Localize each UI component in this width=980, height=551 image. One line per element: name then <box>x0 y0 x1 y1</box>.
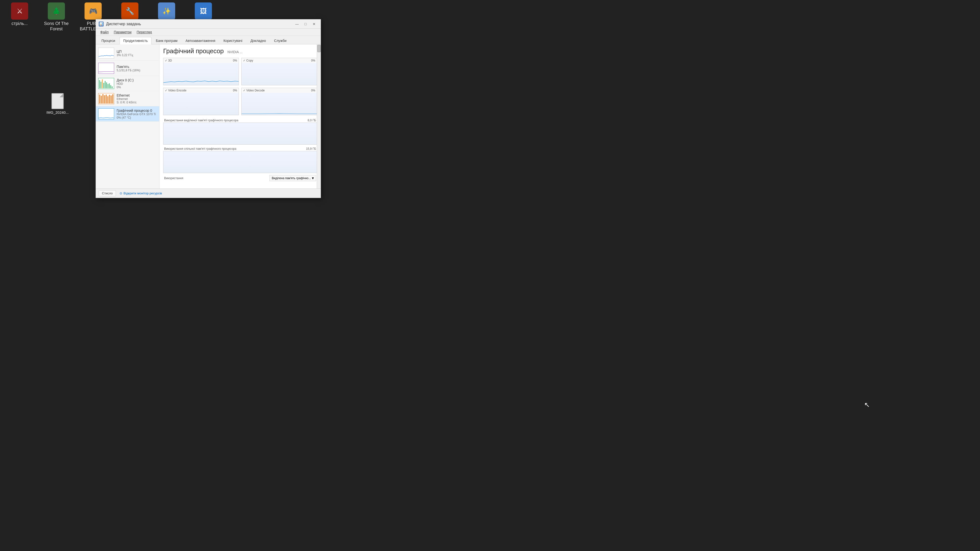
scrollbar[interactable] <box>317 45 321 188</box>
chart-copy-label: ✓ Copy 0% <box>242 58 317 63</box>
disk-percent: 0% <box>117 86 134 89</box>
monitor-link-text: Відкрити монітор ресурсів <box>124 191 162 195</box>
ethernet-mini-chart <box>98 93 114 104</box>
gpu-mini-chart <box>98 108 114 119</box>
memory-mini-chart <box>98 63 114 74</box>
disk-name: Диск 0 (C:) <box>117 78 134 82</box>
svg-rect-13 <box>104 96 105 104</box>
tab-users[interactable]: Користувачі <box>220 37 246 44</box>
sidebar-gpu[interactable]: Графічний процесор 0 NVIDIA GeForce GTX … <box>96 107 159 121</box>
main-panel: Графічний процесор NVIDIA ... ✓ 3D 0% <box>159 45 321 188</box>
chart-3d-label: ✓ 3D 0% <box>164 58 239 63</box>
chart-video-decode: ✓ Video Decode 0% <box>241 88 317 115</box>
tab-details[interactable]: Докладно <box>247 37 269 44</box>
desktop-icon-strelitze-label: стріль... <box>11 21 28 27</box>
sidebar-disk[interactable]: Диск 0 (C:) HDD 0% <box>96 76 159 91</box>
gpu-model: NVIDIA GeForce GTX 1070 Ti <box>117 113 156 116</box>
menu-bar: Файл Параметри Перегляд <box>96 29 321 36</box>
titlebar-left: 📊 Диспетчер завдань <box>99 22 141 27</box>
chart-copy: ✓ Copy 0% <box>241 58 317 85</box>
content-area: ЦП 3% 3,22 ГГц Пам'ять 5,1/31,8 ГБ (16%) <box>96 45 321 188</box>
sidebar-cpu[interactable]: ЦП 3% 3,22 ГГц <box>96 46 159 61</box>
menu-file[interactable]: Файл <box>98 29 110 35</box>
cpu-info: ЦП 3% 3,22 ГГц <box>117 49 133 57</box>
chart-decode-value: 0% <box>311 89 315 92</box>
memory-info: Пам'ять 5,1/31,8 ГБ (16%) <box>117 65 140 72</box>
cpu-mini-chart <box>98 48 114 59</box>
desktop-icon-sons[interactable]: 🌲 Sons Of TheForest <box>41 2 71 32</box>
svg-rect-3 <box>103 83 104 88</box>
panel-header: Графічний процесор NVIDIA ... <box>163 47 317 55</box>
shared-memory-section: Використання спільної пам'яті графічного… <box>163 147 317 173</box>
menu-options[interactable]: Параметри <box>112 29 133 35</box>
svg-rect-4 <box>105 81 106 88</box>
svg-rect-0 <box>99 80 100 88</box>
tab-performance[interactable]: Продуктивність <box>119 37 151 45</box>
window-controls: — □ ✕ <box>293 21 318 27</box>
chart-decode-canvas <box>242 93 317 115</box>
tab-autostart[interactable]: Автозавантаження <box>182 37 219 44</box>
file-icon-image <box>51 93 64 109</box>
menu-view[interactable]: Перегляд <box>135 29 154 35</box>
maximize-button[interactable]: □ <box>302 21 309 27</box>
shared-memory-value: 15,9 ГБ <box>306 147 316 150</box>
tab-processes[interactable]: Процеси <box>98 37 119 44</box>
dedicated-memory-value: 8,0 ГБ <box>308 119 316 122</box>
chart-encode-canvas <box>164 93 239 115</box>
dedicated-memory-section: Використання виділеної пам'яті графічног… <box>163 118 317 145</box>
close-button[interactable]: ✕ <box>310 21 318 27</box>
scrollbar-thumb[interactable] <box>317 45 321 52</box>
sidebar: ЦП 3% 3,22 ГГц Пам'ять 5,1/31,8 ГБ (16%) <box>96 45 159 188</box>
sidebar-ethernet[interactable]: Ethernet Ethernet S: 0 R: 0 Кбіт/с <box>96 91 159 107</box>
file-icon-label: IMG_20240... <box>46 110 69 115</box>
chart-copy-name: ✓ Copy <box>243 59 253 62</box>
monitor-link[interactable]: ⊙ Відкрити монітор ресурсів <box>119 191 162 195</box>
gpu-charts-grid: ✓ 3D 0% ✓ Copy 0% <box>163 58 317 115</box>
gpu-name: Графічний процесор 0 <box>117 108 156 113</box>
svg-rect-1 <box>100 81 102 88</box>
shared-memory-text: Використання спільної пам'яті графічного… <box>164 147 236 150</box>
svg-rect-11 <box>101 96 102 104</box>
chart-3d-name: ✓ 3D <box>165 59 172 62</box>
sidebar-memory[interactable]: Пам'ять 5,1/31,8 ГБ (16%) <box>96 61 159 76</box>
minimize-button[interactable]: — <box>293 21 301 27</box>
svg-rect-14 <box>106 95 107 104</box>
dedicated-memory-chart <box>163 123 317 145</box>
bottom-bar: Стисло ⊙ Відкрити монітор ресурсів <box>96 188 321 198</box>
chart-encode-name: ✓ Video Encode <box>165 89 186 92</box>
bottom-dropdown-text: Виділена пам'ять графічно... <box>272 177 311 180</box>
bottom-selectors: Використання Виділена пам'ять графічно..… <box>163 175 317 181</box>
desktop-icon-strelitze[interactable]: ⚔ стріль... <box>5 2 34 27</box>
cpu-detail: 3% 3,22 ГГц <box>117 53 133 57</box>
disk-mini-chart <box>98 78 114 89</box>
desktop-icon-sons-label: Sons Of TheForest <box>44 21 69 32</box>
svg-rect-6 <box>108 84 108 88</box>
desktop-file-icon[interactable]: IMG_20240... <box>45 93 70 115</box>
dedicated-memory-label: Використання виділеної пам'яті графічног… <box>163 118 317 123</box>
chart-decode-name: ✓ Video Decode <box>243 89 265 92</box>
chevron-down-icon: ▾ <box>312 176 314 180</box>
svg-rect-16 <box>109 95 110 104</box>
svg-rect-5 <box>106 82 107 88</box>
monitor-icon: ⊙ <box>119 191 122 195</box>
svg-rect-12 <box>102 94 103 104</box>
panel-title: Графічний процесор <box>163 47 224 55</box>
tab-startup-apps[interactable]: Банк програм <box>152 37 181 44</box>
chart-3d: ✓ 3D 0% <box>163 58 239 85</box>
svg-rect-18 <box>112 94 113 104</box>
chart-encode-value: 0% <box>233 89 237 92</box>
svg-rect-8 <box>110 85 111 88</box>
bottom-dropdown[interactable]: Виділена пам'ять графічно... ▾ <box>269 175 316 181</box>
ethernet-speed: S: 0 R: 0 Кбіт/с <box>117 101 137 104</box>
tab-services[interactable]: Служби <box>270 37 290 44</box>
gpu-usage: 0% (47 °C) <box>117 116 156 119</box>
svg-rect-2 <box>102 80 103 88</box>
collapse-button[interactable]: Стисло <box>99 190 116 196</box>
ethernet-name: Ethernet <box>117 93 137 97</box>
svg-rect-15 <box>107 96 108 104</box>
chart-encode-label: ✓ Video Encode 0% <box>164 88 239 93</box>
chart-3d-canvas <box>164 63 239 85</box>
svg-rect-17 <box>110 96 112 104</box>
memory-detail: 5,1/31,8 ГБ (16%) <box>117 68 140 72</box>
chart-video-encode: ✓ Video Encode 0% <box>163 88 239 115</box>
